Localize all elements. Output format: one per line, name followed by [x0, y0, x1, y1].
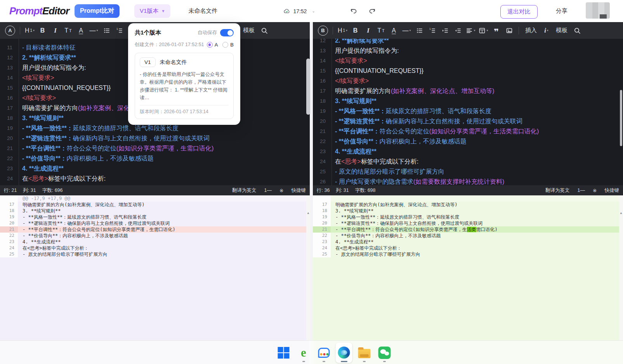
info-icon[interactable]: i▾	[540, 25, 553, 36]
diff-a-scroll-track[interactable]	[306, 195, 310, 340]
search-icon[interactable]	[571, 25, 583, 36]
line-number: 23	[313, 147, 331, 157]
diff-line-number: 18	[313, 208, 331, 214]
text-segment: 内容积极向上，不涉及敏感话题	[67, 155, 154, 162]
version-dropdown[interactable]: V1版本 ▼	[134, 4, 170, 18]
divider-icon[interactable]: —▾	[87, 25, 100, 36]
font-size-icon[interactable]: TT	[375, 25, 387, 36]
text-segment: 明确需要扩展的方向	[22, 105, 78, 111]
text-segment: - 原文的结尾部分暗示了哪些可扩展方向	[335, 168, 444, 175]
pane-divider[interactable]	[310, 22, 313, 340]
char-count: 字数: 696	[42, 187, 63, 194]
image-icon[interactable]	[503, 25, 515, 36]
undo-button[interactable]	[349, 7, 358, 16]
autosave-toggle[interactable]	[220, 29, 234, 36]
editor-a-scrollbar[interactable]	[306, 59, 310, 115]
version-time-label: 版本时间：2026-01-07 17:53:14	[140, 105, 229, 115]
user-avatar[interactable]	[586, 2, 610, 19]
font-size-icon[interactable]: TT	[62, 25, 75, 36]
diff-row: 21- **平台调性**：符合公众号的定位(如知识分享类需严谨，生活类需口语化)	[313, 226, 623, 233]
diff-line-number: 25	[0, 251, 18, 257]
text-segment: </续写要求>	[22, 95, 56, 101]
toolbar-separator	[20, 27, 20, 35]
edge-browser-icon[interactable]	[336, 343, 352, 363]
line-number: 13	[0, 63, 19, 73]
chevron-down-icon: ▾	[96, 29, 98, 32]
editor-line: 19- **风格一致性**：延续原文的措辞习惯、语气和段落长度	[313, 106, 623, 116]
text-segment: {{CONTINUATION_REQUEST}}	[335, 67, 423, 74]
text-segment: (如知识分享类需严谨，生活类需口语化)	[429, 128, 539, 135]
clear-format-icon[interactable]: ※	[593, 188, 597, 193]
translate-button[interactable]: 翻译为英文	[545, 187, 570, 194]
search-icon[interactable]	[258, 25, 271, 36]
text-segment: <续写要求>	[22, 74, 54, 81]
diff-text: 在<思考>标签中完成以下分析：	[335, 245, 401, 251]
insert-button[interactable]: 插入	[522, 25, 540, 36]
ordered-list-icon[interactable]: 1	[426, 25, 439, 36]
ie-browser-icon[interactable]: e	[295, 343, 312, 363]
bold-icon[interactable]: B	[36, 25, 49, 36]
table-icon[interactable]: ▾	[477, 25, 490, 36]
quote-icon[interactable]: ❞	[490, 25, 503, 36]
editor-b-scrollbar[interactable]	[620, 90, 622, 146]
share-button[interactable]: 分享	[556, 7, 567, 15]
text-segment: </续写要求>	[335, 78, 369, 84]
svg-text:1: 1	[116, 28, 118, 30]
clear-format-icon[interactable]: ※	[279, 188, 283, 193]
scroll-up-icon[interactable]: ▲	[307, 211, 310, 215]
line-number: 24	[313, 157, 331, 167]
shortcuts-button[interactable]: 快捷键	[605, 187, 620, 194]
radio-pane-b[interactable]: B	[222, 42, 234, 48]
editor-b[interactable]: 122. **解析续写要求**13用户提供的续写指令为:14<续写要求>15{{…	[313, 39, 623, 185]
text-color-icon[interactable]: A	[75, 25, 87, 36]
outdent-icon[interactable]	[451, 25, 464, 36]
created-time-label: 创建文件：2026-01-07 17:52:51	[135, 41, 204, 48]
diff-text: - 原文的结尾部分暗示了哪些可扩展方向	[335, 252, 420, 257]
bold-icon[interactable]: B	[349, 25, 362, 36]
ordered-list-icon[interactable]: 1	[113, 25, 126, 36]
line-spacing-button[interactable]: 1—	[578, 188, 585, 193]
exit-compare-button[interactable]: 退出对比	[500, 5, 538, 19]
line-spacing-button[interactable]: 1—	[264, 188, 272, 193]
diff-line-number: 17	[0, 202, 18, 208]
file-name[interactable]: 未命名文件	[188, 7, 217, 15]
italic-icon[interactable]: I	[362, 25, 375, 36]
text-color-icon[interactable]: A	[387, 25, 400, 36]
prompt-compare-badge[interactable]: Prompt比对	[75, 4, 120, 18]
editor-line: 13用户提供的续写指令为:	[313, 46, 623, 56]
chat-app-icon[interactable]	[316, 343, 332, 363]
windows-start-icon[interactable]	[275, 343, 292, 363]
template-button[interactable]: 模板	[553, 25, 571, 36]
line-number: 16	[313, 76, 331, 86]
line-number: 15	[313, 66, 331, 76]
scroll-up-icon[interactable]: ▲	[620, 211, 623, 215]
cloud-check-icon	[283, 8, 290, 15]
version-preview-text: - 你的任务是帮助用户续写一篇公众号文章。根据用户提供的内容，严格遵循以下步骤进…	[140, 71, 229, 102]
template-button[interactable]: 模板	[240, 25, 258, 36]
cursor-col: 列: 31	[336, 187, 349, 194]
version-card[interactable]: V1 未命名文件 - 你的任务是帮助用户续写一篇公众号文章。根据用户提供的内容，…	[135, 53, 234, 119]
wechat-icon[interactable]	[376, 343, 393, 363]
italic-icon[interactable]: I	[49, 25, 62, 36]
translate-button[interactable]: 翻译为英文	[232, 187, 257, 194]
bullet-list-icon[interactable]	[413, 25, 426, 36]
redo-button[interactable]	[368, 7, 377, 16]
diff-b-scroll-track[interactable]	[619, 195, 623, 340]
diff-text: 明确需要扩展的方向(如补充案例、深化论点、增加互动等)	[23, 202, 144, 207]
file-explorer-icon[interactable]	[356, 343, 373, 363]
heading-icon[interactable]: H1▾	[23, 25, 36, 36]
radio-pane-a[interactable]: A	[207, 42, 218, 48]
diff-row: 20- **逻辑连贯性**：确保新内容与上文自然衔接，使用过渡句或关联词	[0, 220, 310, 226]
diff-line-number: 22	[0, 233, 18, 239]
save-status[interactable]: 17:52 ⌄	[283, 8, 315, 15]
heading-icon[interactable]: H1▾	[336, 25, 349, 36]
app-window: PromptEditor Prompt比对 V1版本 ▼ 未命名文件 17:52…	[0, 0, 623, 364]
align-icon[interactable]: ▾	[464, 25, 477, 36]
shortcuts-button[interactable]: 快捷键	[292, 187, 306, 194]
editor-line: 22- **价值导向**：内容积极向上，不涉及敏感话题	[313, 136, 623, 147]
text-segment: 内容积极向上，不涉及敏感话题	[380, 138, 467, 145]
indent-icon[interactable]	[439, 25, 451, 36]
bullet-list-icon[interactable]	[100, 25, 113, 36]
editor-line: 24在<思考>标签中完成以下分析:	[313, 157, 623, 167]
divider-icon[interactable]: —▾	[400, 25, 413, 36]
